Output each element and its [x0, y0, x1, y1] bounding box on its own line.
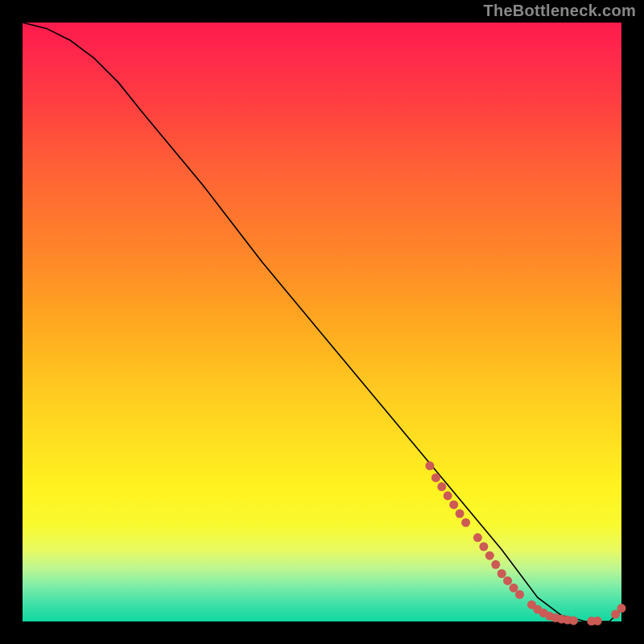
- scatter-point: [449, 500, 458, 509]
- scatter-point: [515, 590, 524, 599]
- scatter-point: [431, 473, 440, 482]
- chart-overlay: [23, 23, 621, 621]
- scatter-point: [503, 576, 512, 585]
- scatter-point: [497, 569, 506, 578]
- scatter-point: [437, 482, 446, 491]
- chart-container: TheBottleneck.com: [0, 0, 644, 644]
- scatter-point: [473, 533, 482, 542]
- scatter-point: [461, 518, 470, 527]
- attribution-label: TheBottleneck.com: [483, 2, 636, 20]
- scatter-point: [485, 551, 494, 560]
- data-curve: [23, 23, 621, 621]
- scatter-point: [456, 510, 464, 518]
- scatter-point: [425, 461, 434, 470]
- scatter-markers: [425, 461, 625, 625]
- scatter-point: [617, 604, 626, 613]
- scatter-point: [444, 491, 452, 500]
- scatter-point: [479, 543, 488, 551]
- scatter-point: [569, 616, 578, 625]
- scatter-point: [491, 560, 500, 569]
- scatter-point: [593, 617, 602, 625]
- scatter-point: [510, 584, 518, 592]
